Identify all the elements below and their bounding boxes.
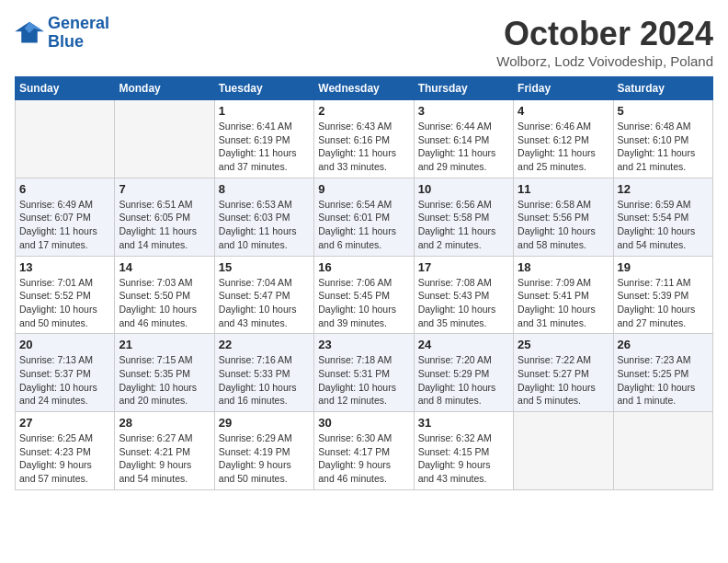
calendar-cell: 30Sunrise: 6:30 AMSunset: 4:17 PMDayligh… bbox=[314, 412, 414, 490]
day-info: Sunrise: 7:15 AMSunset: 5:35 PMDaylight:… bbox=[119, 353, 210, 408]
day-number: 15 bbox=[219, 260, 310, 274]
day-info: Sunrise: 6:29 AMSunset: 4:19 PMDaylight:… bbox=[219, 431, 310, 486]
day-info: Sunrise: 7:03 AMSunset: 5:50 PMDaylight:… bbox=[119, 276, 210, 330]
calendar-week-3: 13Sunrise: 7:01 AMSunset: 5:52 PMDayligh… bbox=[16, 256, 713, 334]
day-info: Sunrise: 7:13 AMSunset: 5:37 PMDaylight:… bbox=[19, 353, 110, 408]
logo-icon bbox=[15, 20, 44, 46]
calendar-cell: 18Sunrise: 7:09 AMSunset: 5:41 PMDayligh… bbox=[514, 256, 613, 334]
day-info: Sunrise: 7:18 AMSunset: 5:31 PMDaylight:… bbox=[318, 353, 409, 408]
day-number: 2 bbox=[318, 104, 409, 118]
day-info: Sunrise: 7:04 AMSunset: 5:47 PMDaylight:… bbox=[219, 276, 310, 330]
calendar-cell: 10Sunrise: 6:56 AMSunset: 5:58 PMDayligh… bbox=[414, 178, 513, 256]
day-number: 11 bbox=[518, 182, 609, 196]
day-info: Sunrise: 6:49 AMSunset: 6:07 PMDaylight:… bbox=[19, 198, 110, 252]
day-info: Sunrise: 7:22 AMSunset: 5:27 PMDaylight:… bbox=[518, 353, 609, 408]
calendar-cell: 13Sunrise: 7:01 AMSunset: 5:52 PMDayligh… bbox=[16, 256, 115, 334]
day-number: 29 bbox=[219, 416, 310, 430]
day-number: 22 bbox=[219, 338, 310, 351]
calendar-cell: 14Sunrise: 7:03 AMSunset: 5:50 PMDayligh… bbox=[115, 256, 214, 334]
day-number: 31 bbox=[418, 416, 509, 430]
day-info: Sunrise: 6:25 AMSunset: 4:23 PMDaylight:… bbox=[19, 431, 110, 486]
calendar-cell: 15Sunrise: 7:04 AMSunset: 5:47 PMDayligh… bbox=[214, 256, 313, 334]
day-info: Sunrise: 6:58 AMSunset: 5:56 PMDaylight:… bbox=[518, 198, 609, 252]
calendar-cell: 22Sunrise: 7:16 AMSunset: 5:33 PMDayligh… bbox=[214, 334, 313, 412]
calendar-cell: 4Sunrise: 6:46 AMSunset: 6:12 PMDaylight… bbox=[514, 100, 613, 178]
day-info: Sunrise: 6:54 AMSunset: 6:01 PMDaylight:… bbox=[318, 198, 409, 252]
day-info: Sunrise: 6:53 AMSunset: 6:03 PMDaylight:… bbox=[219, 198, 310, 252]
day-number: 13 bbox=[19, 260, 110, 274]
weekday-header-row: SundayMondayTuesdayWednesdayThursdayFrid… bbox=[16, 77, 713, 100]
day-info: Sunrise: 7:11 AMSunset: 5:39 PMDaylight:… bbox=[618, 276, 709, 330]
day-number: 26 bbox=[618, 338, 709, 351]
calendar-cell bbox=[613, 412, 712, 490]
day-info: Sunrise: 6:46 AMSunset: 6:12 PMDaylight:… bbox=[518, 120, 609, 174]
day-number: 12 bbox=[618, 182, 709, 196]
day-number: 9 bbox=[318, 182, 409, 196]
calendar-cell: 1Sunrise: 6:41 AMSunset: 6:19 PMDaylight… bbox=[214, 100, 313, 178]
day-info: Sunrise: 6:59 AMSunset: 5:54 PMDaylight:… bbox=[618, 198, 709, 252]
calendar-cell: 21Sunrise: 7:15 AMSunset: 5:35 PMDayligh… bbox=[115, 334, 214, 412]
calendar-cell: 8Sunrise: 6:53 AMSunset: 6:03 PMDaylight… bbox=[214, 178, 313, 256]
day-info: Sunrise: 6:32 AMSunset: 4:15 PMDaylight:… bbox=[418, 431, 509, 486]
day-number: 7 bbox=[119, 182, 210, 196]
day-number: 27 bbox=[19, 416, 110, 430]
calendar-cell: 31Sunrise: 6:32 AMSunset: 4:15 PMDayligh… bbox=[414, 412, 513, 490]
calendar-cell: 9Sunrise: 6:54 AMSunset: 6:01 PMDaylight… bbox=[314, 178, 414, 256]
day-number: 16 bbox=[318, 260, 409, 274]
calendar-cell: 5Sunrise: 6:48 AMSunset: 6:10 PMDaylight… bbox=[613, 100, 712, 178]
calendar-cell: 20Sunrise: 7:13 AMSunset: 5:37 PMDayligh… bbox=[16, 334, 115, 412]
calendar-cell: 11Sunrise: 6:58 AMSunset: 5:56 PMDayligh… bbox=[514, 178, 613, 256]
day-number: 23 bbox=[318, 338, 409, 351]
day-info: Sunrise: 6:51 AMSunset: 6:05 PMDaylight:… bbox=[119, 198, 210, 252]
weekday-header-wednesday: Wednesday bbox=[314, 77, 414, 100]
day-info: Sunrise: 6:30 AMSunset: 4:17 PMDaylight:… bbox=[318, 431, 409, 486]
weekday-header-thursday: Thursday bbox=[414, 77, 513, 100]
day-info: Sunrise: 6:56 AMSunset: 5:58 PMDaylight:… bbox=[418, 198, 509, 252]
weekday-header-sunday: Sunday bbox=[16, 77, 115, 100]
calendar-table: SundayMondayTuesdayWednesdayThursdayFrid… bbox=[15, 76, 713, 490]
calendar-cell: 16Sunrise: 7:06 AMSunset: 5:45 PMDayligh… bbox=[314, 256, 414, 334]
day-number: 6 bbox=[19, 182, 110, 196]
calendar-week-4: 20Sunrise: 7:13 AMSunset: 5:37 PMDayligh… bbox=[16, 334, 713, 412]
day-info: Sunrise: 6:27 AMSunset: 4:21 PMDaylight:… bbox=[119, 431, 210, 486]
calendar-week-1: 1Sunrise: 6:41 AMSunset: 6:19 PMDaylight… bbox=[16, 100, 713, 178]
day-number: 1 bbox=[219, 104, 310, 118]
calendar-cell: 26Sunrise: 7:23 AMSunset: 5:25 PMDayligh… bbox=[613, 334, 712, 412]
day-info: Sunrise: 7:23 AMSunset: 5:25 PMDaylight:… bbox=[618, 353, 709, 408]
logo-line2: Blue bbox=[48, 32, 84, 51]
calendar-cell: 3Sunrise: 6:44 AMSunset: 6:14 PMDaylight… bbox=[414, 100, 513, 178]
title-block: October 2024 Wolborz, Lodz Voivodeship, … bbox=[496, 15, 713, 69]
day-number: 10 bbox=[418, 182, 509, 196]
location-subtitle: Wolborz, Lodz Voivodeship, Poland bbox=[496, 53, 713, 69]
calendar-cell: 23Sunrise: 7:18 AMSunset: 5:31 PMDayligh… bbox=[314, 334, 414, 412]
calendar-cell: 24Sunrise: 7:20 AMSunset: 5:29 PMDayligh… bbox=[414, 334, 513, 412]
logo-line1: General bbox=[48, 14, 109, 32]
calendar-cell: 17Sunrise: 7:08 AMSunset: 5:43 PMDayligh… bbox=[414, 256, 513, 334]
weekday-header-monday: Monday bbox=[115, 77, 214, 100]
calendar-cell: 27Sunrise: 6:25 AMSunset: 4:23 PMDayligh… bbox=[16, 412, 115, 490]
month-title: October 2024 bbox=[496, 15, 713, 53]
calendar-cell: 6Sunrise: 6:49 AMSunset: 6:07 PMDaylight… bbox=[16, 178, 115, 256]
day-number: 3 bbox=[418, 104, 509, 118]
day-info: Sunrise: 7:09 AMSunset: 5:41 PMDaylight:… bbox=[518, 276, 609, 330]
day-number: 19 bbox=[618, 260, 709, 274]
day-info: Sunrise: 7:20 AMSunset: 5:29 PMDaylight:… bbox=[418, 353, 509, 408]
day-number: 21 bbox=[119, 338, 210, 351]
day-info: Sunrise: 7:08 AMSunset: 5:43 PMDaylight:… bbox=[418, 276, 509, 330]
header: General Blue October 2024 Wolborz, Lodz … bbox=[15, 15, 713, 69]
calendar-cell: 29Sunrise: 6:29 AMSunset: 4:19 PMDayligh… bbox=[214, 412, 313, 490]
weekday-header-friday: Friday bbox=[514, 77, 613, 100]
day-number: 17 bbox=[418, 260, 509, 274]
logo-text: General Blue bbox=[48, 15, 109, 52]
day-number: 5 bbox=[618, 104, 709, 118]
calendar-cell bbox=[514, 412, 613, 490]
weekday-header-tuesday: Tuesday bbox=[214, 77, 313, 100]
day-number: 18 bbox=[518, 260, 609, 274]
day-number: 25 bbox=[518, 338, 609, 351]
day-info: Sunrise: 6:41 AMSunset: 6:19 PMDaylight:… bbox=[219, 120, 310, 174]
day-info: Sunrise: 7:01 AMSunset: 5:52 PMDaylight:… bbox=[19, 276, 110, 330]
calendar-cell bbox=[115, 100, 214, 178]
calendar-week-5: 27Sunrise: 6:25 AMSunset: 4:23 PMDayligh… bbox=[16, 412, 713, 490]
calendar-cell: 28Sunrise: 6:27 AMSunset: 4:21 PMDayligh… bbox=[115, 412, 214, 490]
calendar-cell: 25Sunrise: 7:22 AMSunset: 5:27 PMDayligh… bbox=[514, 334, 613, 412]
